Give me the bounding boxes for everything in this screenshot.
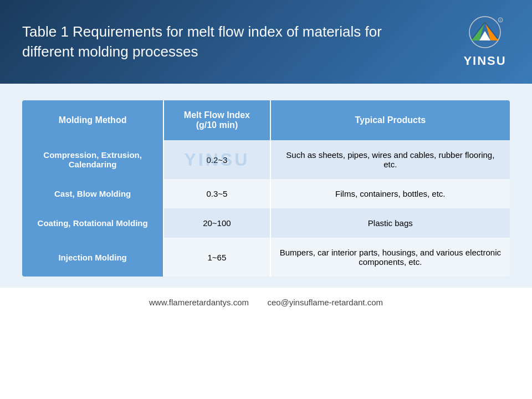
cell-method: Compression, Extrusion, Calendaring <box>22 140 164 179</box>
cell-mfi: 0.3~5 <box>164 179 270 208</box>
cell-mfi: 0.2~3YINSU <box>164 140 270 179</box>
mfi-value: 1~65 <box>208 253 227 262</box>
col-header-products: Typical Products <box>271 100 510 140</box>
cell-products: Films, containers, bottles, etc. <box>271 179 510 208</box>
table-row: Cast, Blow Molding0.3~5Films, containers… <box>22 179 510 208</box>
cell-mfi: 20~100 <box>164 208 270 238</box>
footer-website: www.flameretardantys.com <box>149 298 249 307</box>
page-header: Table 1 Requirements for melt flow index… <box>0 0 532 84</box>
mfi-value: 20~100 <box>203 218 231 228</box>
cell-products: Bumpers, car interior parts, housings, a… <box>271 238 510 277</box>
col-header-mfi: Melt Flow Index (g/10 min) <box>164 100 270 140</box>
footer-email: ceo@yinsuflame-retardant.com <box>267 298 383 307</box>
mfi-value: 0.3~5 <box>206 189 227 198</box>
table-row: Compression, Extrusion, Calendaring0.2~3… <box>22 140 510 179</box>
melt-flow-table: Molding Method Melt Flow Index (g/10 min… <box>22 100 510 277</box>
main-content: Molding Method Melt Flow Index (g/10 min… <box>0 84 532 288</box>
table-header-row: Molding Method Melt Flow Index (g/10 min… <box>22 100 510 140</box>
page-footer: www.flameretardantys.com ceo@yinsuflame-… <box>0 288 532 317</box>
cell-mfi: 1~65 <box>164 238 270 277</box>
table-row: Injection Molding1~65Bumpers, car interi… <box>22 238 510 277</box>
cell-products: Plastic bags <box>271 208 510 238</box>
logo-area: ® YINSU <box>460 16 510 68</box>
page-title: Table 1 Requirements for melt flow index… <box>22 22 399 61</box>
col-header-method: Molding Method <box>22 100 164 140</box>
table-row: Coating, Rotational Molding20~100Plastic… <box>22 208 510 238</box>
cell-method: Coating, Rotational Molding <box>22 208 164 238</box>
cell-products: Such as sheets, pipes, wires and cables,… <box>271 140 510 179</box>
svg-text:®: ® <box>499 19 502 22</box>
mfi-value: 0.2~3 <box>206 155 227 165</box>
cell-method: Injection Molding <box>22 238 164 277</box>
data-table-wrapper: Molding Method Melt Flow Index (g/10 min… <box>22 100 510 277</box>
company-logo-icon: ® <box>460 16 510 52</box>
cell-method: Cast, Blow Molding <box>22 179 164 208</box>
company-name: YINSU <box>463 54 506 68</box>
